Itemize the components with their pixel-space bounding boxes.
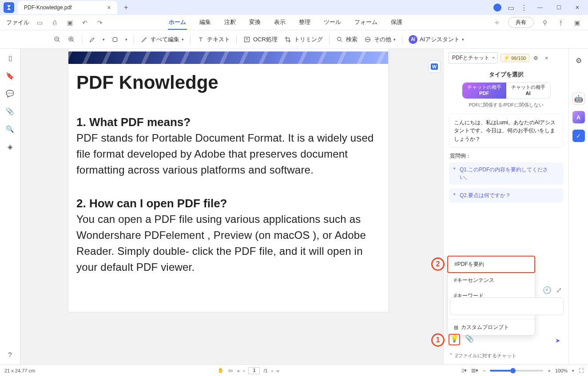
tab-convert[interactable]: 変換 [248,16,262,30]
more-icon [364,36,372,44]
translate-icon[interactable]: A [572,111,585,123]
share-button[interactable]: 共有 [508,17,534,28]
close-tab-icon[interactable]: × [107,4,111,11]
prompt-keysentence[interactable]: #キーセンテンス [448,273,535,288]
title-bar: PDF-Knowledge.pdf × + ▭ ⋮ — ☐ ✕ [0,0,588,15]
layout-reading-icon[interactable]: ▥▾ [471,368,478,373]
more-button[interactable]: その他▾ [364,36,396,44]
prompt-light-icon[interactable]: 💡 [450,334,459,343]
text-icon [197,36,205,44]
ai-example-q2[interactable]: Q2.要点は何ですか？ [449,188,563,203]
svg-point-6 [366,39,367,40]
prompt-custom[interactable]: ⊞カスタムプロンプト [448,319,535,335]
home-toolbar: ▾ ▾ すべて編集▾ テキスト OCR処理 トリミング 検索 その他▾ AIAI… [0,30,588,49]
history-icon[interactable]: 🕘 [543,286,552,294]
file-menu[interactable]: ファイル [6,19,29,27]
layout-single-icon[interactable]: ▯▾ [461,368,467,373]
ai-example-q1[interactable]: Q1.このPDFの内容を要約してください。 [449,162,563,185]
account-icon[interactable] [493,4,501,12]
tab-view[interactable]: 表示 [273,16,286,30]
tab-form[interactable]: フォーム [354,16,378,30]
zoom-out-status-icon[interactable]: − [483,368,485,373]
minimize-button[interactable]: — [534,4,546,11]
strip-settings-icon[interactable]: ⚙ [572,54,585,67]
bookmarks-icon[interactable]: 🔖 [6,72,14,80]
zoom-out-icon[interactable] [53,36,61,44]
help-icon[interactable]: ? [8,351,12,358]
ocr-icon [243,36,251,44]
first-page-icon[interactable]: « [237,368,240,373]
thumbnails-icon[interactable]: ▯ [8,54,12,62]
new-tab-button[interactable]: + [121,4,131,12]
prev-page-icon[interactable]: ‹ [243,368,245,373]
overflow-icon[interactable]: ⋮ [520,4,528,12]
attach-icon[interactable]: 📎 [465,334,474,343]
next-page-icon[interactable]: › [271,368,273,373]
crop-icon [284,36,292,44]
expand-icon[interactable]: ⤢ [556,286,562,294]
fullscreen-icon[interactable]: ▣ [572,19,582,26]
sidebar-search-icon[interactable]: 🔍 [6,125,14,133]
toggle-pdf[interactable]: チャットの相手PDF [462,83,506,99]
tab-tools[interactable]: ツール [323,16,342,30]
tab-organize[interactable]: 整理 [298,16,311,30]
ai-partner-toggle[interactable]: チャットの相手PDF チャットの相手AI [462,82,551,99]
hand-tool-icon[interactable]: ✋ [218,368,224,373]
ocr-button[interactable]: OCR処理 [243,36,278,44]
tab-annotate[interactable]: 注釈 [223,16,237,30]
ai-footer[interactable]: ˄2ファイルに対するチャット [450,352,516,359]
zoom-slider[interactable] [490,370,543,372]
prompt-summarize[interactable]: #PDFを要約 [447,256,535,273]
document-tab[interactable]: PDF-Knowledge.pdf × [18,1,117,14]
fit-page-icon[interactable]: ⛶ [579,368,584,373]
toggle-ai[interactable]: チャットの相手AI [506,83,550,99]
tip-icon[interactable]: ✧ [492,19,502,26]
edit-all-button[interactable]: すべて編集▾ [140,36,184,44]
chat-icon[interactable]: ▭ [508,4,514,12]
link-share-icon[interactable]: ⚲ [540,19,550,26]
separator [190,35,191,44]
search-button[interactable]: 検索 [336,36,358,44]
last-page-icon[interactable]: » [276,368,279,373]
zoom-thumb[interactable] [510,368,516,373]
document-canvas[interactable]: PDF Knowledge 1. What PDF means? PDF sta… [20,49,443,364]
ai-settings-icon[interactable]: ⚙ [532,55,540,61]
ai-mode-select[interactable]: PDFとチャット [448,52,498,63]
section-1-heading: 1. What PDF means? [76,115,380,129]
ai-assistant-button[interactable]: AIAIアシスタント▾ [409,35,464,44]
status-bar: 21 x 24.77 cm ✋ ▭ « ‹ /1 › » ▯▾ ▥▾ − + 1… [0,364,588,376]
comments-icon[interactable]: 💬 [6,90,14,98]
attachments-icon[interactable]: 📎 [6,107,14,115]
send-icon[interactable]: ➤ [555,337,560,344]
app-logo-icon[interactable] [4,2,14,13]
redo-icon[interactable]: ↷ [95,19,105,26]
ai-close-icon[interactable]: × [543,55,551,61]
select-tool-icon[interactable]: ▭ [228,368,233,373]
tab-protect[interactable]: 保護 [390,16,403,30]
open-icon[interactable]: ▭ [35,19,44,26]
maximize-button[interactable]: ☐ [552,4,565,11]
highlighter-icon[interactable] [88,36,96,44]
shape-icon[interactable] [111,36,119,44]
ai-quota-badge[interactable]: ⚡99/100 [501,54,529,62]
print-icon[interactable]: ⎙ [50,19,60,26]
export-word-icon[interactable]: W [428,60,441,73]
save-icon[interactable]: ▣ [65,19,75,26]
text-button[interactable]: テキスト [197,36,230,44]
pen-icon [140,36,148,44]
tab-home[interactable]: ホーム [168,16,187,30]
section-2-heading: 2. How can I open PDF file? [76,197,380,210]
robot-icon[interactable]: 🤖 [572,92,585,105]
layers-icon[interactable]: ◈ [8,143,13,151]
trimming-button[interactable]: トリミング [284,36,323,44]
tab-edit[interactable]: 編集 [199,16,212,30]
zoom-level[interactable]: 100% [555,368,568,373]
page-number-input[interactable] [248,367,260,374]
check-icon[interactable]: ✓ [572,130,585,142]
zoom-in-icon[interactable] [68,36,75,44]
undo-icon[interactable]: ↶ [80,19,90,26]
close-window-button[interactable]: ✕ [571,4,584,11]
ai-input[interactable] [450,297,564,315]
cloud-upload-icon[interactable]: ⭱ [556,19,566,26]
zoom-in-status-icon[interactable]: + [548,368,550,373]
